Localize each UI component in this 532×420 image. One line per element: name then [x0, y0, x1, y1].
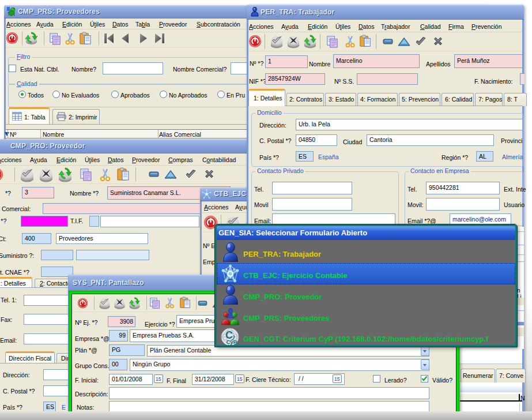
svg-text:CyP: CyP: [227, 339, 237, 345]
